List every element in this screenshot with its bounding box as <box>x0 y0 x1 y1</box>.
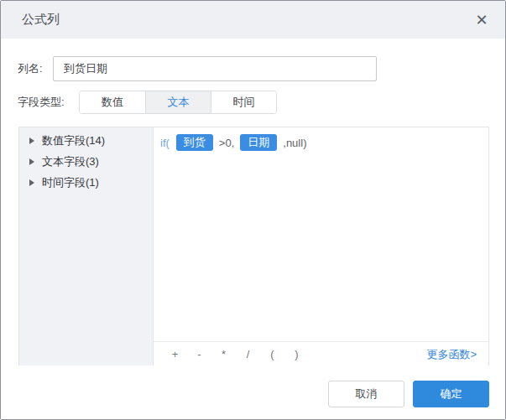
operator-minus[interactable]: - <box>187 348 211 360</box>
formula-content-box: 数值字段(14) 文本字段(3) 时间字段(1) if( 到货 >0, 日期 ,… <box>18 127 489 367</box>
operator-plus[interactable]: + <box>163 348 187 360</box>
tree-item-label: 文本字段(3) <box>42 154 99 169</box>
formula-text: ,null) <box>283 137 306 149</box>
formula-keyword: if( <box>160 137 170 149</box>
dialog-footer: 取消 确定 <box>1 366 505 419</box>
field-type-label: 字段类型: <box>18 91 65 114</box>
operator-open-paren[interactable]: ( <box>260 348 284 360</box>
cancel-button[interactable]: 取消 <box>328 381 404 407</box>
dialog-header: 公式列 ✕ <box>1 1 505 39</box>
formula-editor[interactable]: if( 到货 >0, 日期 ,null) <box>154 127 488 341</box>
tab-time[interactable]: 时间 <box>211 91 276 113</box>
operator-divide[interactable]: / <box>236 348 260 360</box>
column-name-input[interactable] <box>53 56 377 81</box>
collapsed-arrow-icon[interactable] <box>29 158 34 165</box>
formula-expression: if( 到货 >0, 日期 ,null) <box>160 134 482 151</box>
tree-item-label: 时间字段(1) <box>42 175 99 190</box>
formula-column-dialog: 公式列 ✕ 列名: 字段类型: 数值 文本 时间 数值字段(14) 文本字段(3… <box>0 0 506 420</box>
operator-bar: + - * / ( ) 更多函数> <box>154 341 488 366</box>
field-type-tab-group: 数值 文本 时间 <box>79 91 277 114</box>
formula-text: >0, <box>219 137 234 149</box>
field-tag-arrival[interactable]: 到货 <box>176 134 213 151</box>
close-icon[interactable]: ✕ <box>470 8 493 32</box>
collapsed-arrow-icon[interactable] <box>29 179 34 186</box>
operator-close-paren[interactable]: ) <box>284 348 309 360</box>
tree-item-time-fields[interactable]: 时间字段(1) <box>19 172 153 193</box>
tree-item-label: 数值字段(14) <box>42 133 105 148</box>
more-functions-link[interactable]: 更多函数> <box>426 347 477 362</box>
operator-multiply[interactable]: * <box>211 348 236 360</box>
dialog-title: 公式列 <box>22 12 60 28</box>
tree-item-numeric-fields[interactable]: 数值字段(14) <box>19 130 153 151</box>
collapsed-arrow-icon[interactable] <box>29 137 34 144</box>
confirm-button[interactable]: 确定 <box>413 381 489 407</box>
column-name-label: 列名: <box>18 56 43 81</box>
tab-numeric[interactable]: 数值 <box>80 91 145 113</box>
field-tree-panel: 数值字段(14) 文本字段(3) 时间字段(1) <box>19 127 154 366</box>
tab-text[interactable]: 文本 <box>145 91 211 113</box>
tree-item-text-fields[interactable]: 文本字段(3) <box>19 151 153 172</box>
field-tag-date[interactable]: 日期 <box>240 134 277 151</box>
